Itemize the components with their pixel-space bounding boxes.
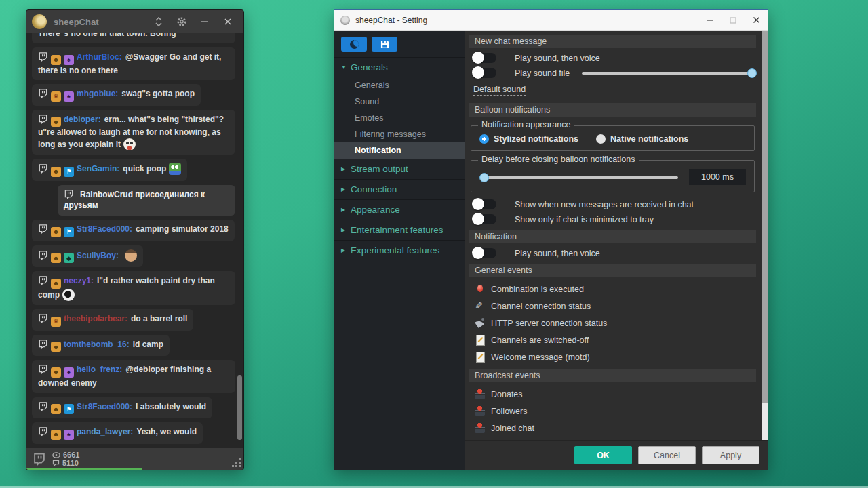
event-item[interactable]: Welcome message (motd)	[475, 352, 757, 362]
tree-item[interactable]: Notification	[334, 142, 465, 159]
settings-titlebar[interactable]: sheepChat - Setting	[334, 10, 768, 30]
username[interactable]: theebipolarbear:	[64, 314, 127, 323]
ok-button[interactable]: OK	[574, 446, 632, 464]
chat-message: ☻neczy1:I"d rather watch paint dry than …	[32, 271, 235, 305]
tree-group[interactable]: ▶ Appearance	[334, 200, 465, 220]
dark-theme-button[interactable]	[341, 37, 367, 52]
apply-button[interactable]: Apply	[702, 446, 760, 464]
chat-emote	[125, 249, 137, 262]
cancel-button[interactable]: Cancel	[638, 446, 696, 464]
tree-item[interactable]: Emotes	[334, 110, 465, 126]
username[interactable]: hello_frenz:	[77, 365, 122, 374]
chat-titlebar[interactable]: sheepChat	[26, 10, 243, 33]
event-item[interactable]: Followers	[475, 406, 757, 416]
tree-group[interactable]: ▼ Generals	[334, 58, 465, 77]
toggle-switch[interactable]	[472, 53, 496, 63]
event-label: Welcome message (motd)	[491, 352, 590, 362]
username[interactable]: neczy1:	[64, 276, 94, 285]
event-label: Followers	[491, 407, 528, 416]
twitch-status-icon[interactable]	[32, 451, 47, 466]
badge-icon: ♠	[64, 367, 74, 378]
message-text: Tell swag to move. There"s no one in tha…	[38, 33, 200, 38]
twitch-icon	[38, 364, 48, 374]
save-button[interactable]	[372, 37, 397, 52]
toggle-switch[interactable]	[472, 199, 496, 209]
username[interactable]: panda_lawyer:	[77, 427, 133, 436]
username[interactable]: ScullyBoy:	[77, 251, 119, 260]
chat-statusbar: 6661 5110	[26, 448, 243, 470]
toggle-switch[interactable]	[472, 248, 496, 258]
minimize-icon[interactable]	[196, 13, 214, 30]
close-icon[interactable]	[219, 13, 237, 30]
default-sound-link[interactable]: Default sound	[473, 85, 526, 96]
toggle-switch[interactable]	[472, 68, 496, 78]
tree-item[interactable]: Sound	[334, 94, 465, 110]
floppy-icon	[380, 40, 389, 49]
tree-group[interactable]: ▶ Stream output	[334, 159, 465, 179]
twitch-icon	[38, 275, 48, 285]
radio-native-notifications[interactable]: Native notifications	[596, 134, 688, 144]
tree-group[interactable]: ▶ Experimental features	[334, 241, 465, 260]
close-button[interactable]	[745, 10, 768, 30]
slider-track[interactable]	[582, 72, 755, 75]
toggle-label: Play sound, then voice	[515, 54, 600, 63]
maximize-button[interactable]	[722, 10, 745, 30]
volume-slider[interactable]	[582, 68, 755, 78]
chat-message: ☻♠panda_lawyer:Yeah, we would	[32, 422, 203, 444]
broadcast-events-list: Donates Followers Joined chat	[469, 389, 757, 440]
toggle-switch[interactable]	[472, 214, 496, 224]
username[interactable]: tomthebomb_16:	[64, 340, 130, 349]
event-item[interactable]: Donates	[475, 389, 757, 399]
slider-knob[interactable]	[479, 173, 489, 182]
username[interactable]: SenGamin:	[77, 164, 119, 174]
twitch-icon	[64, 189, 74, 199]
slider-knob[interactable]	[747, 68, 757, 78]
event-item[interactable]: Channel connection status	[475, 301, 757, 311]
tree-item[interactable]: Filtering messages	[334, 126, 465, 142]
resize-grip[interactable]	[239, 465, 241, 467]
viewers-eye-icon	[52, 452, 60, 458]
chat-scrollbar[interactable]	[237, 33, 242, 448]
toggle-label: Play sound file	[515, 68, 570, 78]
chat-emote	[62, 289, 75, 301]
group-balloon-delay: Delay before closing balloon notificatio…	[471, 160, 755, 192]
radio-unselected-icon[interactable]	[596, 134, 606, 144]
username[interactable]: Str8Faced000:	[77, 402, 132, 411]
gear-icon[interactable]	[173, 13, 191, 30]
toggle-row-play-sound-voice-2: Play sound, then voice	[472, 248, 757, 258]
settings-scrollbar[interactable]	[762, 30, 768, 440]
chat-message-list[interactable]: e you died though.... ☻♠xebolavirus:Tell…	[26, 33, 243, 448]
tree-group-label: Appearance	[351, 205, 400, 215]
event-item[interactable]: Combination is executed	[475, 284, 757, 294]
username[interactable]: mhgoblue:	[77, 89, 118, 98]
event-label: Combination is executed	[491, 285, 584, 294]
unfold-icon[interactable]	[150, 13, 167, 30]
slider-track[interactable]	[481, 176, 678, 179]
settings-scrollbar-thumb[interactable]	[762, 30, 768, 403]
event-item[interactable]: HTTP server connection status	[475, 318, 757, 328]
delay-slider[interactable]	[481, 172, 678, 182]
event-item[interactable]: Channels are switched-off	[475, 335, 757, 345]
username[interactable]: ArthurBloc:	[77, 52, 122, 62]
username[interactable]: Str8Faced000:	[77, 224, 132, 234]
event-item[interactable]: Joined chat	[475, 423, 757, 433]
twitch-icon	[38, 163, 48, 174]
event-icon	[475, 352, 485, 362]
chat-message: ☻⚑SenGamin:quick poop	[32, 159, 187, 181]
message-text: Id camp	[133, 340, 163, 349]
tree-group[interactable]: ▶ Connection	[334, 180, 465, 199]
section-header-notification: Notification	[469, 230, 756, 243]
tree-group-label: Entertainment features	[351, 225, 443, 235]
section-header-broadcast-events: Broadcast events	[469, 369, 756, 382]
chat-scrollbar-thumb[interactable]	[237, 375, 242, 440]
radio-label: Native notifications	[610, 134, 688, 144]
radio-selected-icon[interactable]	[479, 134, 489, 144]
twitch-icon	[38, 250, 48, 260]
minimize-button[interactable]	[698, 10, 722, 30]
tree-arrow-icon: ▶	[341, 247, 351, 253]
tree-group[interactable]: ▶ Entertainment features	[334, 220, 465, 240]
toggle-label: Show only if chat is minimized to tray	[515, 215, 654, 224]
username[interactable]: debloper:	[64, 115, 101, 124]
tree-item[interactable]: Generals	[334, 77, 465, 94]
radio-stylized-notifications[interactable]: Stylized notifications	[479, 134, 578, 144]
